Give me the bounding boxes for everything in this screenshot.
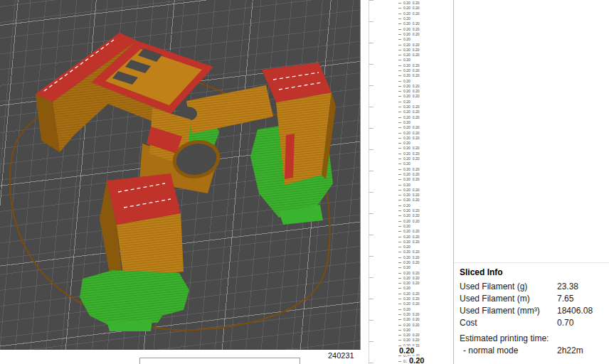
ruler-tick: 0.200.20 [398,48,419,53]
ruler-tick: 0.200.20 [398,78,419,83]
ruler-tick: 0.200.20 [398,208,419,213]
ruler-tick: 0.200.20 [398,100,419,105]
info-row-filament-mm3: Used Filament (mm³) 18406.08 [460,305,609,317]
ruler-tick: 0.200.20 [398,188,419,193]
ruler-tick: 0.200.20 [398,250,419,255]
status-box [139,358,300,364]
ruler-tick: 0.200.20 [398,167,419,172]
ruler-tick: 0.200.20 [398,229,419,234]
ruler-tick: 0.200.20 [398,73,419,78]
ruler-tick: 0.200.20 [398,224,419,229]
ruler-tick: 0.200.20 [398,245,419,250]
info-row-print-time-header: Estimated printing time: [460,333,609,345]
value-filament-g: 23.38 [557,281,578,293]
ruler-tick: 0.200.20 [398,120,419,125]
ruler-tick: 0.200.20 [398,11,419,16]
ruler-tick: 0.200.20 [398,58,419,63]
ruler-tick: 0.200.20 [398,125,419,130]
ruler-tick: 0.200.20 [398,1,419,6]
ruler-tick: 0.200.20 [398,333,419,338]
ruler-tick: 0.200.20 [398,156,419,161]
ruler-tick: 0.200.20 [398,328,419,333]
info-row-cost: Cost 0.70 [460,317,609,329]
slicer-preview-window: 240231 0.200.200.200.200.200.200.200.200… [0,0,609,364]
ruler-tick: 0.200.20 [398,130,419,135]
status-number: 240231 [328,351,354,360]
viewport-bottom-bar: 240231 [0,350,365,364]
ruler-tick: 0.200.20 [398,84,419,89]
ruler-tick: 0.200.20 [398,276,419,281]
ruler-tick: 0.200.20 [398,21,419,26]
ruler-tick: 0.200.20 [398,198,419,203]
preview-3d-viewport[interactable] [0,0,361,350]
value-filament-m: 7.65 [557,293,573,305]
ruler-tick: 0.200.20 [398,136,419,141]
ruler-tick: 0.200.20 [398,161,419,166]
ruler-tick: 0.200.20 [398,109,419,114]
ruler-tick: 0.200.20 [398,255,419,260]
info-row-filament-g: Used Filament (g) 23.38 [460,281,609,293]
ruler-tick: 0.200.20 [398,53,419,58]
ruler-tick: 0.200.20 [398,172,419,177]
ruler-tick: 0.200.20 [398,301,419,306]
ruler-tick: 0.200.20 [398,89,419,94]
ruler-tick: 0.200.20 [398,291,419,296]
sliced-info-title: Sliced Info [460,267,609,277]
ruler-tick: 0.200.20 [398,177,419,182]
ruler-tick: 0.200.20 [398,307,419,312]
ruler-tick: 0.200.20 [398,260,419,265]
ruler-tick: 0.200.20 [398,296,419,301]
ruler-tick: 0.200.20 [398,322,419,327]
layer-height-current: 0.20 [397,346,416,355]
sliced-model[interactable] [0,0,360,350]
model-crossbar [179,85,273,134]
ruler-tick: 0.200.20 [398,105,419,109]
value-normal-mode-time: 2h22m [557,345,583,357]
model-block-front [100,173,184,280]
ruler-tick: 0.200.20 [398,240,419,245]
ruler-tick: 0.200.20 [398,286,419,291]
ruler-tick: 0.200.20 [398,151,419,156]
support-front [80,270,189,331]
ruler-tick: 0.200.20 [398,6,419,11]
ruler-tick: 0.200.20 [398,193,419,198]
ruler-tick: 0.200.20 [398,94,419,99]
ruler-tick: 0.200.20 [398,26,419,31]
info-row-normal-mode: - normal mode 2h22m [460,345,609,357]
ruler-tick: 0.200.20 [398,203,419,208]
ruler-tick: 0.200.20 [398,312,419,317]
ruler-tick: 0.200.20 [398,115,419,120]
slider-track [369,0,374,364]
ruler-tick: 0.200.20 [398,270,419,275]
value-cost: 0.70 [557,317,573,329]
ruler-tick: 0.200.20 [398,234,419,239]
value-filament-mm3: 18406.08 [557,305,593,317]
ruler-tick: 0.200.20 [398,32,419,37]
layer-slider[interactable]: 0.200.200.200.200.200.200.200.200.200.20… [366,0,453,364]
ruler-tick: 0.200.20 [398,63,419,68]
ruler-tick: 0.200.20 [398,16,419,21]
ruler-tick: 0.200.20 [398,42,419,47]
ruler-tick: 0.200.20 [398,317,419,322]
ruler-tick: 0.200.20 [398,338,419,343]
sliced-info-section: Sliced Info Used Filament (g) 23.38 Used… [454,262,609,357]
ruler-tick: 0.200.20 [398,68,419,73]
ruler-tick: 0.200.20 [398,182,419,187]
ruler-tick: 0.200.20 [398,281,419,286]
ruler-tick: 0.200.20 [398,141,419,146]
ruler-tick: 0.200.20 [398,218,419,223]
info-row-filament-m: Used Filament (m) 7.65 [460,293,609,305]
info-panel: Sliced Info Used Filament (g) 23.38 Used… [453,0,609,364]
ruler-tick: 0.200.20 [398,37,419,42]
ruler-tick: 0.200.20 [398,146,419,151]
layer-height-next: 0.20 [407,356,426,364]
ruler-tick: 0.200.20 [398,213,419,218]
layer-tick-list: 0.200.200.200.200.200.200.200.200.200.20… [398,1,419,364]
ruler-tick: 0.200.20 [398,265,419,270]
